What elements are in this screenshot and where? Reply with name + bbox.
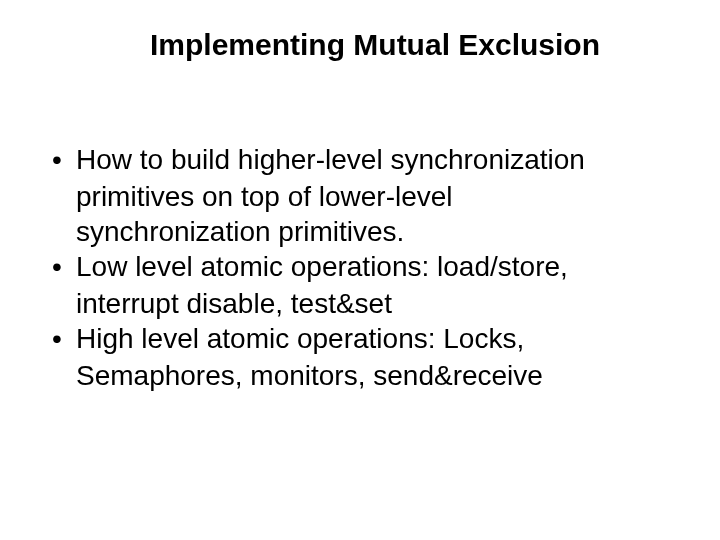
bullet-dot-icon: • [48,321,76,356]
bullet-item: • Low level atomic operations: load/stor… [48,249,680,284]
bullet-text: How to build higher-level synchronizatio… [76,142,680,177]
bullet-dot-icon: • [48,142,76,177]
bullet-item: • How to build higher-level synchronizat… [48,142,680,177]
bullet-text-cont: synchronization primitives. [48,214,680,249]
bullet-text: Low level atomic operations: load/store, [76,249,680,284]
bullet-text: High level atomic operations: Locks, [76,321,680,356]
bullet-text-cont: interrupt disable, test&set [48,286,680,321]
bullet-dot-icon: • [48,249,76,284]
slide-body: • How to build higher-level synchronizat… [40,142,680,393]
bullet-item: • High level atomic operations: Locks, [48,321,680,356]
bullet-text-cont: Semaphores, monitors, send&receive [48,358,680,393]
slide-title: Implementing Mutual Exclusion [40,28,680,62]
bullet-text-cont: primitives on top of lower-level [48,179,680,214]
